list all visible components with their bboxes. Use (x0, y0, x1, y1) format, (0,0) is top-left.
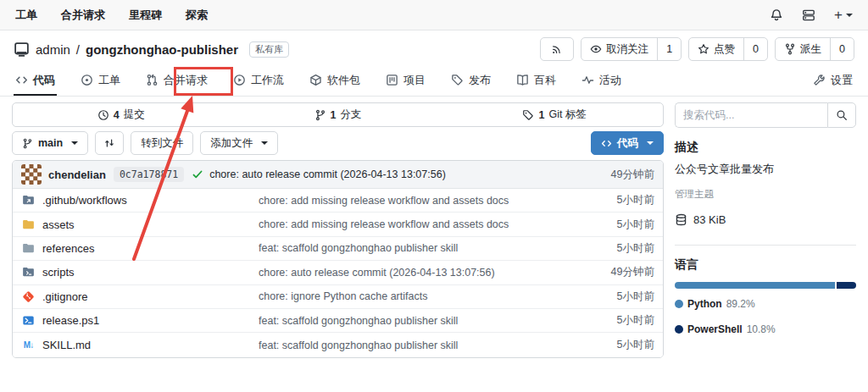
commits-label: 提交 (124, 108, 145, 122)
code-icon (601, 138, 612, 149)
branch-selector[interactable]: main (12, 131, 88, 155)
notifications-bell-icon[interactable] (770, 8, 783, 22)
tags-label: Git 标签 (548, 108, 586, 122)
tab-packages[interactable]: 软件包 (308, 66, 362, 96)
code-icon (15, 74, 28, 86)
powershell-bar-segment[interactable] (837, 282, 856, 289)
branch-toolbar: main 转到文件 添加文件 代码 (12, 130, 664, 156)
file-commit-message[interactable]: feat: scaffold gongzhonghao publisher sk… (259, 315, 580, 327)
fork-count[interactable]: 0 (830, 38, 854, 60)
nav-item-pull-requests[interactable]: 合并请求 (61, 8, 105, 23)
tab-settings[interactable]: 设置 (811, 66, 854, 96)
language-name: Python (687, 298, 722, 310)
goto-file-button[interactable]: 转到文件 (131, 131, 193, 155)
current-branch-name: main (38, 137, 63, 149)
tab-activity[interactable]: 活动 (580, 66, 623, 96)
file-link[interactable]: .gitignore (42, 290, 259, 303)
python-bar-segment[interactable] (675, 282, 835, 289)
star-count[interactable]: 0 (743, 38, 767, 60)
file-link[interactable]: scripts (42, 266, 259, 279)
star-button[interactable]: 点赞 0 (688, 37, 768, 61)
chevron-down-icon (647, 141, 654, 148)
powershell-legend-item[interactable]: PowerShell 10.8% (675, 323, 776, 335)
tab-label: 设置 (831, 73, 853, 88)
compare-button[interactable] (95, 131, 124, 155)
tab-projects[interactable]: 项目 (384, 66, 427, 96)
commit-author[interactable]: chendelian (48, 168, 106, 181)
tag-icon (451, 74, 464, 86)
add-file-button[interactable]: 添加文件 (200, 131, 278, 155)
commit-message[interactable]: chore: auto release commit (2026-04-13 1… (209, 168, 446, 180)
language-bar[interactable] (675, 282, 856, 289)
language-percent: 89.2% (726, 298, 755, 310)
search-input[interactable] (675, 102, 827, 128)
file-link[interactable]: references (42, 242, 259, 255)
workflows-folder-icon (21, 194, 36, 207)
nav-item-explore[interactable]: 探索 (186, 8, 208, 23)
repo-owner-link[interactable]: admin (36, 42, 70, 57)
database-icon (675, 213, 687, 226)
rss-icon (551, 43, 563, 55)
add-file-label: 添加文件 (210, 136, 253, 151)
watch-count[interactable]: 1 (657, 38, 681, 60)
nav-item-milestones[interactable]: 里程碑 (129, 8, 162, 23)
commits-stat[interactable]: 4 提交 (13, 103, 230, 126)
issue-icon (81, 74, 93, 86)
file-commit-message[interactable]: chore: auto release commit (2026-04-13 1… (259, 267, 580, 279)
pulse-icon (581, 74, 594, 86)
manage-topics-link[interactable]: 管理主题 (675, 188, 856, 201)
file-commit-message[interactable]: chore: add missing release workflow and … (259, 195, 580, 207)
avatar[interactable] (21, 164, 42, 185)
tab-releases[interactable]: 发布 (449, 66, 492, 96)
table-row: references feat: scaffold gongzhonghao p… (13, 237, 663, 261)
file-link[interactable]: release.ps1 (42, 314, 259, 327)
project-icon (386, 74, 398, 86)
scripts-folder-icon (21, 266, 36, 279)
file-link[interactable]: assets (42, 218, 259, 231)
commit-hash[interactable]: 0c7a178871 (114, 167, 184, 182)
repo-stats-bar: 4 提交 1 分支 1 Git 标签 (12, 102, 664, 127)
repo-size-value: 83 KiB (693, 213, 726, 226)
tab-code[interactable]: 代码 (14, 66, 57, 96)
search-icon (836, 109, 848, 121)
search-button[interactable] (827, 102, 856, 128)
file-commit-message[interactable]: feat: scaffold gongzhonghao publisher sk… (259, 242, 580, 254)
tab-wiki[interactable]: 百科 (515, 66, 558, 96)
fork-button[interactable]: 派生 0 (775, 37, 854, 61)
repo-separator: / (76, 42, 80, 57)
tab-label: 软件包 (327, 73, 360, 88)
tab-issues[interactable]: 工单 (79, 66, 122, 96)
latest-commit-row: chendelian 0c7a178871 chore: auto releas… (13, 161, 663, 189)
code-download-button[interactable]: 代码 (591, 131, 664, 155)
rss-feed-button[interactable] (540, 37, 574, 61)
python-legend-item[interactable]: Python 89.2% (675, 298, 755, 310)
file-link[interactable]: SKILL.md (42, 339, 259, 351)
file-link[interactable]: .github/workflows (42, 194, 259, 207)
repo-name-link[interactable]: gongzhonghao-publisher (86, 42, 238, 57)
unwatch-button[interactable]: 取消关注 1 (581, 37, 682, 61)
create-new-button[interactable]: + (834, 7, 853, 24)
file-commit-message[interactable]: chore: add missing release workflow and … (259, 218, 580, 230)
tab-workflows[interactable]: 工作流 (231, 66, 286, 96)
tab-label: 发布 (469, 73, 491, 88)
tab-pull-requests[interactable]: 合并请求 (144, 66, 209, 96)
python-color-dot (675, 300, 683, 308)
repo-tabs: 代码 工单 合并请求 工作流 软件包 项目 发布 百科 (0, 66, 868, 97)
file-commit-message[interactable]: feat: scaffold gongzhonghao publisher sk… (259, 340, 580, 351)
branch-icon (22, 138, 33, 149)
branches-stat[interactable]: 1 分支 (230, 103, 447, 126)
table-row: M↓ SKILL.md feat: scaffold gongzhonghao … (13, 333, 663, 356)
goto-file-label: 转到文件 (141, 136, 183, 151)
languages-heading: 语言 (675, 257, 856, 273)
file-commit-message[interactable]: chore: ignore Python cache artifacts (259, 290, 580, 302)
plus-icon: + (834, 7, 843, 24)
commit-time: 49分钟前 (603, 168, 654, 182)
tags-stat[interactable]: 1 Git 标签 (446, 103, 663, 126)
commit-status-check-icon[interactable] (192, 168, 203, 180)
eye-icon (590, 43, 602, 55)
tab-label: 项目 (403, 73, 426, 88)
language-name: PowerShell (687, 323, 743, 335)
code-button-label: 代码 (617, 136, 638, 151)
admin-panel-icon[interactable] (802, 8, 815, 22)
nav-item-issues[interactable]: 工单 (15, 8, 37, 23)
